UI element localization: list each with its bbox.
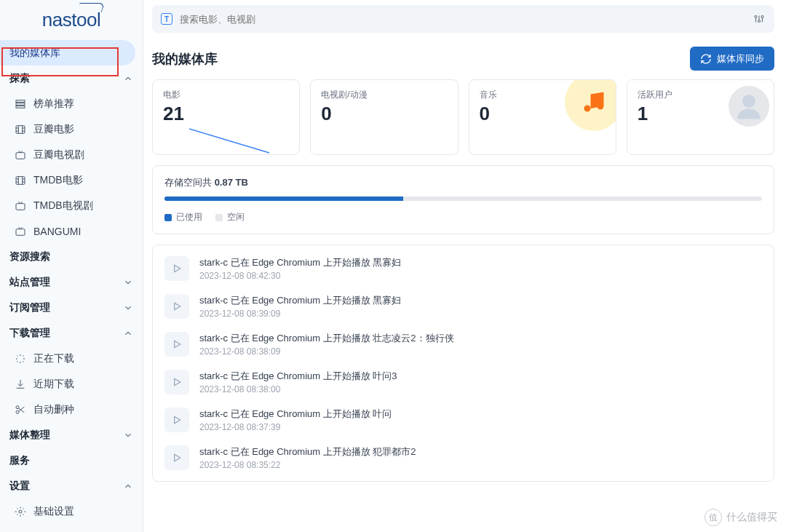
svg-marker-17 xyxy=(175,303,180,309)
activity-list: stark-c 已在 Edge Chromium 上开始播放 黑寡妇 2023-… xyxy=(152,245,774,482)
activity-text: stark-c 已在 Edge Chromium 上开始播放 叶问 xyxy=(199,408,392,421)
sidebar-item[interactable]: BANGUMI xyxy=(0,218,143,244)
tv-icon xyxy=(15,149,26,161)
main: T 我的媒体库 媒体库同步 电影 21 电视剧/动漫 0 音乐 0 活跃用户 xyxy=(143,0,786,532)
topbar: T xyxy=(152,3,774,35)
svg-rect-1 xyxy=(16,103,25,105)
sidebar-group[interactable]: 下载管理 xyxy=(0,320,143,346)
sidebar-group[interactable]: 资源搜索 xyxy=(0,244,143,269)
sidebar-item[interactable]: TMDB电影 xyxy=(0,167,143,193)
activity-text: stark-c 已在 Edge Chromium 上开始播放 黑寡妇 xyxy=(199,294,401,307)
stat-value: 21 xyxy=(163,103,289,125)
svg-point-12 xyxy=(761,16,763,18)
play-icon xyxy=(164,294,189,319)
stat-label: 电视剧/动漫 xyxy=(321,89,447,101)
gear-icon xyxy=(15,506,26,517)
svg-rect-6 xyxy=(16,203,25,210)
activity-text: stark-c 已在 Edge Chromium 上开始播放 犯罪都市2 xyxy=(199,445,416,458)
activity-time: 2023-12-08 08:38:00 xyxy=(199,384,397,394)
storage-bar xyxy=(164,196,762,201)
storage-legend: 已使用 空闲 xyxy=(164,211,762,223)
svg-marker-18 xyxy=(175,341,180,347)
svg-point-13 xyxy=(758,20,761,23)
film-icon xyxy=(15,124,26,135)
download-icon xyxy=(15,378,26,390)
sidebar-item[interactable]: 豆瓣电视剧 xyxy=(0,142,143,167)
svg-rect-2 xyxy=(16,106,25,108)
page-title: 我的媒体库 xyxy=(152,50,218,68)
content: 我的媒体库 媒体库同步 电影 21 电视剧/动漫 0 音乐 0 活跃用户 1 存… xyxy=(143,35,786,532)
play-icon xyxy=(164,408,189,432)
tv-icon xyxy=(15,200,26,212)
stat-card-user[interactable]: 活跃用户 1 xyxy=(627,79,774,155)
activity-time: 2023-12-08 08:42:30 xyxy=(199,271,401,281)
svg-rect-3 xyxy=(16,125,25,133)
activity-row[interactable]: stark-c 已在 Edge Chromium 上开始播放 黑寡妇 2023-… xyxy=(153,287,774,325)
svg-marker-19 xyxy=(175,378,180,385)
sidebar-group[interactable]: 服务 xyxy=(0,448,143,473)
sidebar-group[interactable]: 站点管理 xyxy=(0,269,143,295)
svg-point-8 xyxy=(16,405,19,408)
sidebar-group[interactable]: 探索 xyxy=(0,65,143,91)
svg-point-9 xyxy=(16,410,19,413)
activity-row[interactable]: stark-c 已在 Edge Chromium 上开始播放 叶问 2023-1… xyxy=(153,401,774,439)
svg-line-14 xyxy=(189,129,269,153)
watermark: 值 什么值得买 xyxy=(704,509,777,526)
stat-card-music[interactable]: 音乐 0 xyxy=(469,79,616,155)
storage-fill xyxy=(164,196,403,201)
watermark-icon: 值 xyxy=(704,509,722,526)
search-box[interactable]: T xyxy=(152,5,774,33)
activity-row[interactable]: stark-c 已在 Edge Chromium 上开始播放 叶问3 2023-… xyxy=(153,363,774,401)
refresh-icon xyxy=(700,53,712,65)
sidebar-group[interactable]: 设置 xyxy=(0,473,143,499)
storage-title: 存储空间共 0.87 TB xyxy=(164,176,762,189)
sidebar-group[interactable]: 订阅管理 xyxy=(0,295,143,320)
play-icon xyxy=(164,370,189,394)
sidebar-item[interactable]: 自动删种 xyxy=(0,397,143,422)
activity-time: 2023-12-08 08:35:22 xyxy=(199,460,416,470)
legend-free: 空闲 xyxy=(215,211,245,223)
scissors-icon xyxy=(15,404,26,416)
sync-button[interactable]: 媒体库同步 xyxy=(690,47,774,71)
svg-point-11 xyxy=(755,16,757,18)
logo[interactable]: nastool xyxy=(0,0,143,40)
sidebar-group[interactable]: 媒体整理 xyxy=(0,422,143,448)
svg-marker-21 xyxy=(175,454,180,461)
tv-icon xyxy=(15,226,26,237)
activity-row[interactable]: stark-c 已在 Edge Chromium 上开始播放 犯罪都市2 202… xyxy=(153,439,774,477)
sidebar-item[interactable]: TMDB电视剧 xyxy=(0,193,143,218)
svg-rect-0 xyxy=(16,100,25,102)
svg-point-10 xyxy=(19,510,22,513)
stat-card-tv[interactable]: 电视剧/动漫 0 xyxy=(310,79,458,155)
play-icon xyxy=(164,332,189,357)
play-icon xyxy=(164,445,189,470)
film-icon xyxy=(15,175,26,186)
svg-rect-7 xyxy=(16,229,25,235)
sidebar-item[interactable]: 近期下载 xyxy=(0,371,143,397)
activity-text: stark-c 已在 Edge Chromium 上开始播放 黑寡妇 xyxy=(199,256,401,269)
storage-card: 存储空间共 0.87 TB 已使用 空闲 xyxy=(152,165,774,234)
svg-rect-4 xyxy=(16,152,25,159)
sidebar-item[interactable]: 豆瓣电影 xyxy=(0,116,143,142)
list-icon xyxy=(15,98,26,110)
svg-marker-20 xyxy=(175,416,180,423)
sidebar-item[interactable]: 榜单推荐 xyxy=(0,91,143,116)
loading-icon xyxy=(15,353,26,365)
avatar-icon xyxy=(729,86,769,127)
svg-point-15 xyxy=(742,95,755,108)
stat-value: 0 xyxy=(321,103,447,125)
sidebar-item[interactable]: 正在下载 xyxy=(0,346,143,371)
activity-time: 2023-12-08 08:39:09 xyxy=(199,309,401,319)
activity-row[interactable]: stark-c 已在 Edge Chromium 上开始播放 壮志凌云2：独行侠… xyxy=(153,325,774,363)
sidebar-item[interactable]: 基础设置 xyxy=(0,499,143,524)
sidebar-item-library[interactable]: 我的媒体库 xyxy=(0,40,135,65)
sidebar: nastool 我的媒体库探索榜单推荐豆瓣电影豆瓣电视剧TMDB电影TMDB电视… xyxy=(0,0,143,532)
activity-text: stark-c 已在 Edge Chromium 上开始播放 壮志凌云2：独行侠 xyxy=(199,332,454,345)
search-settings-icon[interactable] xyxy=(753,12,766,25)
svg-marker-16 xyxy=(175,265,180,271)
activity-text: stark-c 已在 Edge Chromium 上开始播放 叶问3 xyxy=(199,370,397,383)
activity-time: 2023-12-08 08:38:09 xyxy=(199,346,454,357)
activity-row[interactable]: stark-c 已在 Edge Chromium 上开始播放 黑寡妇 2023-… xyxy=(153,250,774,287)
stat-card-movie[interactable]: 电影 21 xyxy=(152,79,300,155)
search-input[interactable] xyxy=(180,14,745,25)
